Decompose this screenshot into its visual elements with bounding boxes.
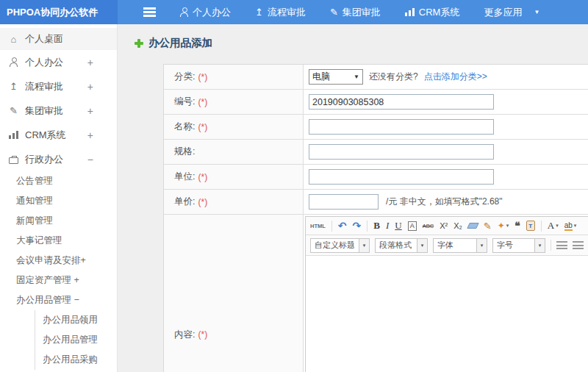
admin-office-submenu: 公告管理 通知管理 新闻管理 大事记管理 会议申请及安排+ 固定资产管理 + 办… (0, 171, 117, 370)
subscript-button[interactable]: X₂ (453, 221, 462, 230)
editor-content[interactable] (306, 256, 588, 372)
nav-personal-office[interactable]: 个人办公 (180, 6, 231, 19)
sidebar-item-workflow-approval[interactable]: ↥ 流程审批 + (0, 74, 117, 99)
rich-text-editor: HTML ↶ ↷ B I U A ABC X² X₂ ✎ (305, 216, 588, 372)
expand-sign[interactable]: + (87, 105, 93, 117)
sidebar-item-announcement-mgmt[interactable]: 公告管理 (16, 171, 117, 191)
unit-label: 单位: (*) (164, 165, 304, 189)
edit-icon: ✎ (7, 105, 20, 116)
form-row-price: 单价: (*) /元 非中文，如填写格式"2.68" (164, 190, 588, 215)
name-input[interactable] (309, 119, 494, 135)
sidebar-item-supplies-claim[interactable]: 办公用品领用 (43, 310, 117, 330)
required-mark: (*) (198, 329, 207, 340)
bold-button[interactable]: B (373, 220, 380, 232)
superscript-button[interactable]: X² (440, 221, 448, 230)
person-icon (180, 7, 188, 17)
font-color-button[interactable]: A ▾ (548, 220, 559, 232)
sidebar-item-crm[interactable]: CRM系统 + (0, 123, 117, 147)
person-icon (10, 57, 18, 67)
form-row-unit: 单位: (*) (164, 165, 588, 190)
nav-label: 集团审批 (343, 6, 381, 19)
sidebar-item-personal-office[interactable]: 个人办公 + (0, 50, 117, 74)
nav-label: 更多应用 (484, 6, 522, 19)
wand-icon: ✦ (498, 221, 505, 231)
caret-down-icon: ▾ (534, 239, 545, 252)
sidebar-item-supplies-purchase[interactable]: 办公用品采购 (43, 350, 117, 370)
sidebar-item-fixed-assets-mgmt[interactable]: 固定资产管理 + (16, 271, 117, 290)
form-row-spec: 规格: (164, 140, 588, 165)
workflow-icon: ↥ (7, 81, 20, 92)
sidebar-item-meeting-mgmt[interactable]: 会议申请及安排+ (16, 251, 117, 271)
price-label: 单价: (*) (164, 190, 304, 214)
select-caret-icon: ▼ (354, 74, 359, 80)
chart-icon (405, 8, 415, 16)
font-color-icon: A (548, 220, 554, 232)
sidebar-item-label: 行政办公 (25, 153, 63, 166)
toolbar-separator (541, 221, 542, 232)
page-title-text: 办公用品添加 (148, 36, 212, 50)
highlight-color-button[interactable]: ab ▾ (564, 221, 577, 231)
top-nav: 个人办公 ↥ 流程审批 ✎ 集团审批 CRM系统 更多应用 ▼ (118, 0, 588, 24)
page-title: 办公用品添加 (135, 36, 212, 50)
paste-icon: T (526, 221, 535, 231)
nav-label: 流程审批 (268, 6, 306, 19)
workflow-icon: ↥ (255, 7, 263, 18)
nav-group-approval[interactable]: ✎ 集团审批 (330, 6, 381, 19)
sidebar-item-label: 个人办公 (25, 56, 63, 69)
name-label: 名称: (*) (164, 115, 304, 139)
underline-button[interactable]: U (395, 220, 401, 232)
price-hint: /元 非中文，如填写格式"2.68" (386, 196, 503, 208)
sidebar-item-admin-office[interactable]: 行政办公 − (0, 147, 117, 171)
menu-toggle-button[interactable] (143, 7, 156, 17)
nav-crm[interactable]: CRM系统 (405, 6, 460, 19)
category-label: 分类: (*) (164, 65, 304, 89)
expand-sign[interactable]: + (87, 129, 93, 141)
eraser-button[interactable] (468, 223, 478, 229)
sidebar-item-events-mgmt[interactable]: 大事记管理 (16, 231, 117, 251)
font-size-select[interactable]: 字号 ▾ (492, 238, 545, 253)
app-logo: PHPOA协同办公软件 (0, 0, 118, 24)
unit-input[interactable] (309, 169, 494, 185)
undo-button[interactable]: ↶ (338, 220, 347, 232)
expand-sign[interactable]: + (87, 57, 93, 68)
edit-icon: ✎ (330, 7, 338, 18)
sidebar-item-notice-mgmt[interactable]: 通知管理 (16, 191, 117, 211)
align-center-button[interactable] (573, 241, 584, 249)
sidebar-item-news-mgmt[interactable]: 新闻管理 (16, 211, 117, 231)
sidebar-item-office-supplies-mgmt[interactable]: 办公用品管理 − (16, 290, 117, 310)
italic-button[interactable]: I (386, 220, 389, 232)
add-category-link[interactable]: 点击添加分类>> (424, 71, 487, 83)
expand-sign[interactable]: + (87, 81, 93, 93)
nav-workflow-approval[interactable]: ↥ 流程审批 (255, 6, 306, 19)
spec-input[interactable] (309, 144, 494, 160)
source-button[interactable]: HTML (310, 223, 326, 229)
home-icon: ⌂ (7, 34, 20, 45)
no-category-note: 还没有分类? (369, 71, 418, 83)
format-brush-button[interactable]: ✎ (484, 221, 492, 232)
add-icon (135, 39, 143, 48)
auto-format-button[interactable]: ✦ ▾ (498, 221, 509, 231)
office-supplies-submenu: 办公用品领用 办公用品管理 办公用品采购 (35, 310, 117, 370)
font-family-select[interactable]: 字体 ▾ (433, 238, 487, 253)
sidebar-item-group-approval[interactable]: ✎ 集团审批 + (0, 99, 117, 123)
strikethrough-button[interactable]: ABC (423, 223, 434, 229)
sidebar-item-desktop[interactable]: ⌂ 个人桌面 (0, 28, 117, 50)
caret-down-icon: ▾ (574, 223, 577, 229)
align-left-button[interactable] (556, 241, 567, 249)
toolbar-separator (367, 221, 368, 232)
price-input[interactable] (309, 194, 379, 210)
editor-toolbar-row2: 自定义标题 ▾ 段落格式 ▾ 字体 ▾ 字号 ▾ (306, 235, 588, 256)
blockquote-button[interactable]: ❝ (514, 220, 520, 232)
redo-button[interactable]: ↷ (353, 220, 362, 232)
heading-select[interactable]: 自定义标题 ▾ (310, 238, 370, 253)
paste-text-button[interactable]: T (526, 221, 535, 231)
collapse-sign[interactable]: − (87, 154, 93, 165)
required-mark: (*) (198, 172, 207, 182)
sidebar-item-supplies-manage[interactable]: 办公用品管理 (43, 330, 117, 350)
category-select[interactable]: 电脑 ▼ (309, 69, 363, 85)
char-border-button[interactable]: A (408, 221, 417, 231)
paragraph-format-select[interactable]: 段落格式 ▾ (375, 238, 428, 253)
code-input[interactable] (309, 94, 494, 110)
required-mark: (*) (198, 122, 207, 132)
nav-more-apps[interactable]: 更多应用 ▼ (484, 6, 539, 19)
